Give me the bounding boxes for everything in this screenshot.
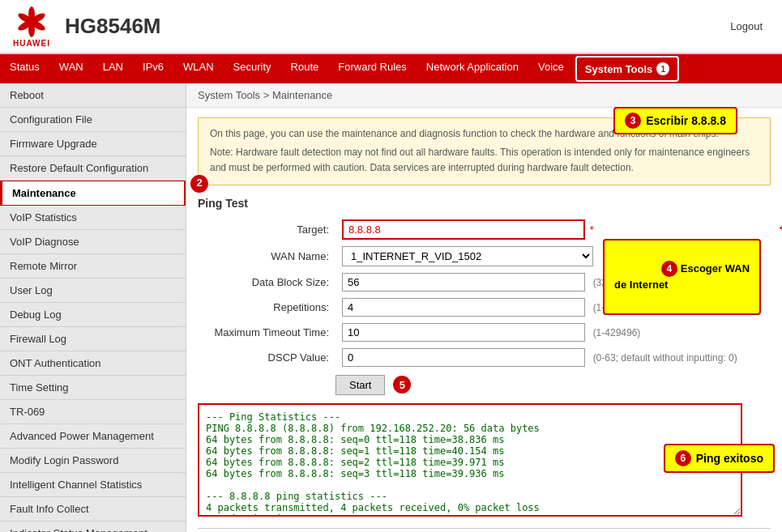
start-btn-row: Start 5 [335, 375, 771, 395]
nav-wlan[interactable]: WLAN [173, 54, 224, 83]
info-box: 3 Escribir 8.8.8.8 On this page, you can… [198, 117, 771, 185]
sidebar-item-restore-default[interactable]: Restore Default Configuration [0, 156, 186, 181]
main-content: System Tools > Maintenance 3 Escribir 8.… [186, 83, 782, 532]
input-cell-wan: 1_INTERNET_R_VID_1502 4Escoger WAN de In… [335, 243, 744, 270]
annotation-2-badge: 2 [190, 175, 208, 193]
timeout-hint: (1-429496) [593, 327, 641, 338]
sidebar-item-ont-auth[interactable]: ONT Authentication [0, 351, 186, 376]
input-cell-dscp: (0-63; default without inputting: 0) [335, 345, 744, 370]
sidebar-item-indicator-status[interactable]: Indicator Status Management [0, 521, 186, 532]
label-repetitions: Repetitions: [198, 295, 335, 320]
nav-bar: Status WAN LAN IPv6 WLAN Security Route … [0, 54, 782, 83]
info-text-2: Note: Hardware fault detection may not f… [210, 145, 758, 176]
annotation-4-bubble: 4Escoger WAN de Internet [603, 239, 761, 316]
sidebar: Reboot Configuration File Firmware Upgra… [0, 83, 186, 532]
annotation-6-text: Ping exitoso [696, 452, 763, 465]
label-wan: WAN Name: [198, 243, 335, 270]
annotation-3-number: 3 [625, 113, 641, 129]
model-title: HG8546M [65, 14, 730, 39]
block-size-input[interactable] [342, 273, 585, 292]
ping-output-wrap: ← 6 Ping exitoso [198, 403, 771, 517]
wan-name-select[interactable]: 1_INTERNET_R_VID_1502 [342, 246, 593, 266]
annotation-arrow-target: ← [776, 218, 782, 236]
form-row-timeout: Maximum Timeout Time: (1-429496) [198, 320, 744, 345]
label-target: Target: [198, 216, 335, 243]
dscp-hint: (0-63; default without inputting: 0) [593, 352, 737, 364]
sidebar-item-firewall-log[interactable]: Firewall Log [0, 327, 186, 351]
annotation-4-number: 4 [661, 261, 677, 277]
sidebar-item-user-log[interactable]: User Log [0, 279, 186, 303]
sidebar-item-maintenance[interactable]: Maintenance [0, 181, 186, 206]
logo-text: HUAWEI [13, 39, 50, 48]
ping-test-section: Ping Test Target: * ← WAN Na [198, 197, 771, 517]
sidebar-item-tr069[interactable]: TR-069 [0, 400, 186, 424]
annotation-3-text: Escribir 8.8.8.8 [646, 112, 726, 130]
label-dscp: DSCP Value: [198, 345, 335, 370]
section-separator [198, 528, 771, 529]
sidebar-item-remote-mirror[interactable]: Remote Mirror [0, 254, 186, 279]
dscp-input[interactable] [342, 348, 585, 367]
nav-system-tools-label: System Tools [585, 63, 653, 75]
sidebar-item-firmware[interactable]: Firmware Upgrade [0, 132, 186, 156]
repetitions-input[interactable] [342, 298, 585, 317]
sidebar-item-fault-info[interactable]: Fault Info Collect [0, 497, 186, 521]
logo-area: HUAWEI [11, 5, 52, 48]
annotation-6-bubble: 6 Ping exitoso [664, 444, 775, 473]
nav-voice[interactable]: Voice [528, 54, 574, 83]
breadcrumb: System Tools > Maintenance [186, 83, 782, 108]
timeout-input[interactable] [342, 323, 585, 342]
nav-network-app[interactable]: Network Application [417, 54, 528, 83]
sidebar-item-power-mgmt[interactable]: Advanced Power Management [0, 424, 186, 449]
logout-button[interactable]: Logout [730, 20, 763, 32]
input-cell-timeout: (1-429496) [335, 320, 744, 345]
nav-route[interactable]: Route [281, 54, 329, 83]
page-body: 3 Escribir 8.8.8.8 On this page, you can… [186, 108, 782, 532]
nav-ipv6[interactable]: IPv6 [133, 54, 173, 83]
sidebar-item-voip-diagnose[interactable]: VoIP Diagnose [0, 230, 186, 254]
annotation-6-number: 6 [675, 450, 691, 466]
label-block-size: Data Block Size: [198, 270, 335, 295]
sidebar-item-modify-password[interactable]: Modify Login Password [0, 449, 186, 473]
sidebar-item-voip-stats[interactable]: VoIP Statistics [0, 206, 186, 230]
nav-security[interactable]: Security [224, 54, 281, 83]
annotation-5-badge: 5 [393, 376, 411, 394]
nav-forward-rules[interactable]: Forward Rules [328, 54, 417, 83]
annotation-4-text: Escoger WAN de Internet [614, 262, 750, 291]
sidebar-item-reboot[interactable]: Reboot [0, 83, 186, 108]
huawei-logo-icon [11, 5, 52, 39]
ping-form-table: Target: * ← WAN Name: 1_INT [198, 216, 744, 370]
form-row-wan: WAN Name: 1_INTERNET_R_VID_1502 4Escoger… [198, 243, 744, 270]
annotation-3-bubble: 3 Escribir 8.8.8.8 [613, 107, 737, 134]
sidebar-item-debug-log[interactable]: Debug Log [0, 303, 186, 327]
nav-lan[interactable]: LAN [93, 54, 133, 83]
label-timeout: Maximum Timeout Time: [198, 320, 335, 345]
nav-status[interactable]: Status [0, 54, 49, 83]
nav-badge: 1 [656, 62, 669, 75]
nav-system-tools[interactable]: System Tools 1 [575, 56, 680, 82]
sidebar-item-config-file[interactable]: Configuration File [0, 108, 186, 132]
sidebar-item-time-setting[interactable]: Time Setting [0, 376, 186, 400]
content-area: Reboot Configuration File Firmware Upgra… [0, 83, 782, 532]
form-row-dscp: DSCP Value: (0-63; default without input… [198, 345, 744, 370]
ping-output-area[interactable] [198, 403, 742, 517]
start-button[interactable]: Start [335, 375, 385, 395]
target-input[interactable] [342, 219, 585, 240]
ping-test-title: Ping Test [198, 197, 771, 210]
required-star-target: * [590, 223, 594, 236]
sidebar-item-channel-stats[interactable]: Intelligent Channel Statistics [0, 473, 186, 497]
nav-wan[interactable]: WAN [49, 54, 93, 83]
